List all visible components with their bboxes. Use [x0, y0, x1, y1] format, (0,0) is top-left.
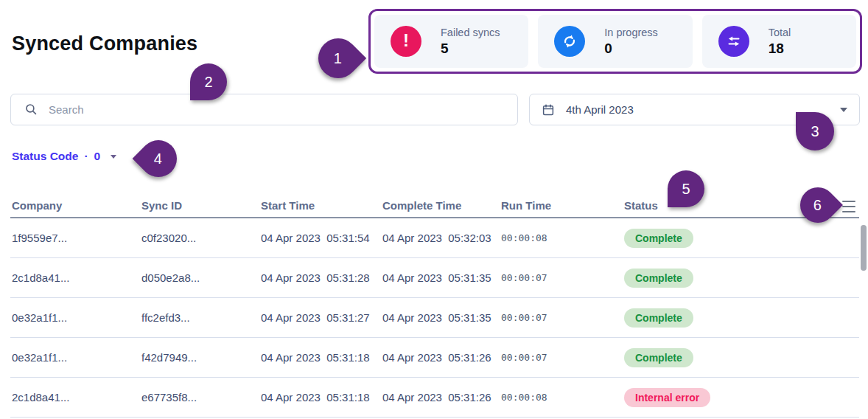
table-row[interactable]: 0e32a1f1... ffc2efd3... 04 Apr 2023 05:3… — [10, 298, 859, 338]
cell-start-time: 04 Apr 2023 05:31:27 — [261, 311, 382, 324]
column-header-complete-time: Complete Time — [382, 199, 501, 212]
status-code-filter[interactable]: Status Code · 0 — [12, 150, 116, 163]
table-row[interactable]: 0e32a1f1... f42d7949... 04 Apr 2023 05:3… — [10, 338, 859, 378]
stat-value: 18 — [769, 41, 791, 57]
cell-company: 2c1d8a41... — [12, 391, 141, 404]
cell-run-time: 00:00:08 — [501, 232, 624, 243]
cell-company: 0e32a1f1... — [12, 351, 141, 364]
stat-label: Failed syncs — [441, 27, 500, 38]
stat-card-in-progress: In progress 0 — [538, 15, 692, 68]
column-header-run-time: Run Time — [501, 199, 624, 212]
page-title: Synced Companies — [12, 32, 197, 55]
table-row[interactable]: 2c1d8a41... d050e2a8... 04 Apr 2023 05:3… — [10, 258, 859, 298]
column-header-sync-id: Sync ID — [141, 199, 261, 212]
cell-sync-id: f42d7949... — [141, 351, 261, 364]
cell-complete-time: 04 Apr 2023 05:31:26 — [382, 391, 501, 404]
stat-label: In progress — [604, 27, 658, 38]
cell-complete-time: 04 Apr 2023 05:32:03 — [382, 232, 501, 244]
callout-badge-2: 2 — [190, 63, 227, 100]
cell-sync-id: d050e2a8... — [141, 271, 261, 284]
cell-sync-id: c0f23020... — [141, 232, 261, 244]
cell-start-time: 04 Apr 2023 05:31:54 — [261, 232, 382, 244]
callout-badge-3: 3 — [796, 112, 834, 150]
cell-start-time: 04 Apr 2023 05:31:18 — [261, 391, 382, 404]
cell-complete-time: 04 Apr 2023 05:31:35 — [382, 271, 501, 284]
stat-label: Total — [769, 27, 791, 38]
search-icon — [24, 103, 38, 117]
cell-company: 1f9559e7... — [12, 232, 141, 244]
filter-separator: · — [84, 150, 88, 163]
cell-start-time: 04 Apr 2023 05:31:28 — [261, 271, 382, 284]
filter-count: 0 — [94, 150, 101, 163]
cell-run-time: 00:00:08 — [501, 392, 624, 403]
callout-badge-5: 5 — [668, 170, 704, 207]
transfer-arrows-icon — [718, 26, 749, 57]
stat-card-total: Total 18 — [702, 15, 856, 68]
stat-value: 5 — [441, 41, 500, 57]
table-row[interactable]: 2c1d8a41... e67735f8... 04 Apr 2023 05:3… — [10, 378, 859, 418]
column-header-company: Company — [12, 199, 141, 212]
cell-run-time: 00:00:07 — [501, 352, 624, 363]
status-badge: Complete — [624, 269, 693, 288]
cell-complete-time: 04 Apr 2023 05:31:26 — [382, 351, 501, 364]
column-header-start-time: Start Time — [261, 199, 382, 212]
table-body: 1f9559e7... c0f23020... 04 Apr 2023 05:3… — [10, 218, 859, 418]
search-box — [10, 94, 518, 125]
table-header: Company Sync ID Start Time Complete Time… — [10, 194, 859, 218]
cell-complete-time: 04 Apr 2023 05:31:35 — [382, 311, 501, 324]
calendar-icon — [542, 103, 555, 117]
caret-down-icon[interactable] — [111, 155, 116, 159]
stat-value: 0 — [604, 41, 658, 57]
cell-sync-id: ffc2efd3... — [141, 311, 261, 324]
alert-circle-icon: ! — [391, 26, 421, 57]
cell-company: 2c1d8a41... — [12, 271, 141, 284]
callout-badge-1: 1 — [310, 30, 366, 86]
callout-badge-4: 4 — [133, 133, 185, 185]
status-badge: Complete — [624, 229, 693, 248]
stat-card-failed-syncs: ! Failed syncs 5 — [374, 15, 528, 68]
cell-run-time: 00:00:07 — [501, 272, 624, 283]
date-picker-value: 4th April 2023 — [566, 103, 829, 116]
status-badge: Internal error — [624, 388, 710, 407]
cell-run-time: 00:00:07 — [501, 312, 624, 323]
hamburger-menu-icon[interactable] — [842, 201, 855, 212]
caret-down-icon[interactable] — [840, 108, 847, 112]
table-row[interactable]: 1f9559e7... c0f23020... 04 Apr 2023 05:3… — [10, 218, 859, 258]
cell-start-time: 04 Apr 2023 05:31:18 — [261, 351, 382, 364]
filter-label: Status Code — [12, 150, 78, 163]
stats-panel: ! Failed syncs 5 In progress — [368, 9, 862, 74]
sync-icon — [554, 26, 585, 57]
vertical-scrollbar-thumb[interactable] — [861, 225, 867, 271]
status-badge: Complete — [624, 348, 693, 367]
synced-companies-page: Synced Companies ! Failed syncs 5 — [0, 0, 868, 419]
cell-sync-id: e67735f8... — [141, 391, 261, 404]
status-badge: Complete — [624, 308, 693, 328]
cell-company: 0e32a1f1... — [12, 311, 141, 324]
search-input[interactable] — [49, 103, 517, 116]
